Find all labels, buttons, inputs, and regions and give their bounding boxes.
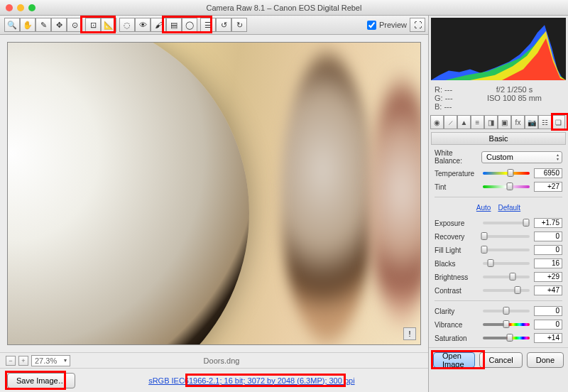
window-controls [6, 4, 36, 11]
zoom-level-select[interactable]: 27.3%▾ [31, 355, 70, 366]
close-window[interactable] [6, 4, 13, 11]
wb-label: White Balance: [435, 149, 479, 165]
recovery-slider[interactable] [483, 235, 530, 238]
hand-tool-icon[interactable]: ✋ [20, 18, 36, 32]
adjustment-brush-icon[interactable]: 🖌 [151, 18, 166, 32]
radial-filter-icon[interactable]: ◯ [182, 18, 197, 32]
color-sampler-icon[interactable]: ✥ [51, 18, 67, 32]
blacks-value[interactable]: 16 [534, 258, 562, 268]
clarity-slider[interactable] [483, 310, 530, 312]
image-metadata: R: --- G: --- B: --- f/2 1/250 s ISO 100… [429, 82, 568, 114]
tab-fx-icon[interactable]: fx [511, 115, 525, 129]
temperature-value[interactable]: 6950 [534, 168, 562, 178]
brightness-slider[interactable] [483, 276, 530, 278]
zoom-window[interactable] [28, 4, 36, 11]
preview-checkbox[interactable] [367, 21, 376, 30]
zoom-in-button[interactable]: + [18, 356, 28, 366]
temperature-slider[interactable] [483, 172, 530, 175]
target-adjust-icon[interactable]: ⊙ [67, 18, 82, 32]
save-image-button[interactable]: Save Image… [7, 373, 75, 388]
zoom-tool-icon[interactable]: 🔍 [4, 18, 20, 32]
rotate-ccw-icon[interactable]: ↺ [216, 18, 231, 32]
tab-curve-icon[interactable]: ⟋ [444, 115, 457, 129]
cancel-button[interactable]: Cancel [479, 352, 522, 368]
vibrance-value[interactable]: 0 [534, 320, 562, 330]
filename-label: Doors.dng [70, 356, 373, 365]
preferences-icon[interactable]: ☰ [200, 18, 216, 32]
auto-link[interactable]: Auto [476, 204, 491, 212]
tab-detail-icon[interactable]: ▲ [457, 115, 471, 129]
exposure-value[interactable]: +1.75 [534, 218, 562, 228]
tab-lens-icon[interactable]: ▣ [498, 115, 511, 129]
graduated-filter-icon[interactable]: ▤ [166, 18, 182, 32]
brightness-value[interactable]: +29 [534, 272, 562, 282]
rotate-cw-icon[interactable]: ↻ [231, 18, 247, 32]
blacks-slider[interactable] [483, 262, 530, 265]
tab-split-icon[interactable]: ◨ [484, 115, 498, 129]
tab-hsl-icon[interactable]: ≡ [471, 115, 484, 129]
tab-camera-icon[interactable]: 📷 [525, 115, 538, 129]
tint-slider[interactable] [483, 185, 530, 188]
spot-removal-icon[interactable]: ◌ [119, 18, 135, 32]
minimize-window[interactable] [17, 4, 24, 11]
bottom-buttons: Save Image… sRGB IEC61966-2.1; 16 bit; 3… [0, 368, 428, 392]
toolbar: 🔍 ✋ ✎ ✥ ⊙ ⊡ 📐 ◌ 👁 🖌 ▤ ◯ ☰ ↺ ↻ Preview ⛶ [0, 16, 428, 35]
contrast-value[interactable]: +47 [534, 285, 562, 295]
right-buttons: Open Image Cancel Done [429, 347, 568, 371]
window-title: Camera Raw 8.1 – Canon EOS Digital Rebel [0, 4, 568, 12]
contrast-slider[interactable] [483, 289, 530, 292]
tab-presets-icon[interactable]: ☷ [538, 115, 552, 129]
clarity-value[interactable]: 0 [534, 306, 562, 316]
image-preview[interactable]: ! [7, 42, 421, 345]
white-balance-select[interactable]: Custom [481, 151, 562, 163]
done-button[interactable]: Done [527, 352, 564, 368]
tab-basic-icon[interactable]: ◉ [430, 115, 444, 129]
histogram[interactable] [431, 18, 566, 80]
saturation-value[interactable]: +14 [534, 333, 562, 343]
vibrance-slider[interactable] [483, 323, 530, 326]
preview-toggle[interactable]: Preview [367, 21, 407, 30]
tint-value[interactable]: +27 [534, 182, 562, 192]
filllight-slider[interactable] [483, 249, 530, 251]
image-canvas-area: ! [0, 35, 428, 352]
recovery-value[interactable]: 0 [534, 232, 562, 241]
workflow-options-link[interactable]: sRGB IEC61966-2.1; 16 bit; 3072 by 2048 … [82, 376, 421, 385]
zoom-out-button[interactable]: − [6, 356, 16, 366]
basic-panel: White Balance:Custom Temperature6950 Tin… [429, 145, 568, 347]
wb-eyedropper-icon[interactable]: ✎ [36, 18, 51, 32]
panel-title: Basic [431, 132, 566, 145]
filllight-value[interactable]: 0 [534, 245, 562, 255]
tab-snapshots-icon[interactable]: ❏ [552, 115, 565, 129]
open-image-button[interactable]: Open Image [433, 352, 475, 368]
straighten-tool-icon[interactable]: 📐 [101, 18, 116, 32]
title-bar: Camera Raw 8.1 – Canon EOS Digital Rebel [0, 0, 568, 16]
exposure-slider[interactable] [483, 222, 530, 224]
default-link[interactable]: Default [498, 204, 520, 212]
status-row: − + 27.3%▾ Doors.dng [0, 352, 428, 368]
fullscreen-toggle-icon[interactable]: ⛶ [410, 18, 425, 32]
crop-tool-icon[interactable]: ⊡ [85, 18, 101, 32]
redeye-tool-icon[interactable]: 👁 [135, 18, 151, 32]
panel-tabs: ◉ ⟋ ▲ ≡ ◨ ▣ fx 📷 ☷ ❏ [430, 115, 567, 131]
saturation-slider[interactable] [483, 337, 530, 339]
warning-icon[interactable]: ! [403, 327, 416, 340]
